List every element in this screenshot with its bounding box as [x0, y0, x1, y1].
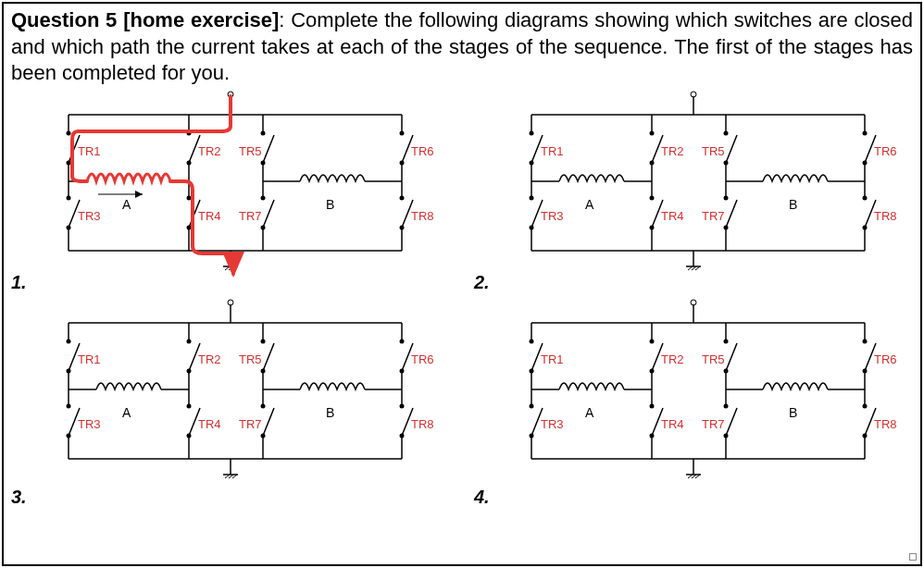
page-frame: Question 5 [home exercise]: Complete the…	[2, 2, 922, 566]
svg-text:TR4: TR4	[661, 209, 684, 223]
svg-text:TR1: TR1	[541, 144, 564, 158]
label-tr6: TR6	[411, 144, 434, 158]
svg-point-85	[530, 195, 534, 200]
label-tr1: TR1	[78, 144, 101, 158]
label-tr2: TR2	[198, 144, 221, 158]
svg-point-127	[400, 339, 405, 343]
svg-point-214	[863, 403, 868, 408]
svg-line-67	[726, 135, 737, 163]
svg-text:TR4: TR4	[661, 417, 684, 431]
svg-text:A: A	[585, 197, 594, 212]
svg-text:TR5: TR5	[239, 352, 262, 366]
svg-text:TR5: TR5	[702, 144, 725, 158]
svg-text:TR4: TR4	[198, 417, 221, 431]
svg-text:B: B	[789, 197, 797, 212]
svg-point-151	[400, 403, 405, 408]
svg-text:TR1: TR1	[541, 352, 564, 366]
svg-text:TR2: TR2	[198, 352, 221, 366]
svg-text:A: A	[585, 405, 594, 420]
svg-text:TR3: TR3	[541, 417, 564, 431]
svg-text:TR7: TR7	[239, 417, 262, 431]
svg-point-213	[724, 403, 729, 408]
svg-point-149	[187, 403, 192, 408]
svg-text:TR8: TR8	[874, 417, 897, 431]
svg-text:TR2: TR2	[661, 352, 684, 366]
svg-point-63	[724, 130, 729, 135]
svg-point-189	[724, 339, 729, 343]
diagram-2: TR1 TR2 TR5 TR6 TR3 TR4 TR7 TR8 A B	[494, 89, 902, 292]
svg-text:TR6: TR6	[874, 144, 897, 158]
svg-point-211	[530, 403, 534, 408]
diagram-number-4: 4.	[474, 487, 490, 508]
label-tr8: TR8	[411, 209, 434, 223]
svg-point-212	[650, 403, 655, 408]
svg-text:B: B	[326, 405, 334, 420]
svg-line-154	[263, 408, 274, 436]
svg-point-62	[650, 130, 655, 135]
svg-point-187	[530, 339, 534, 343]
label-tr3: TR3	[78, 209, 101, 223]
svg-text:TR1: TR1	[78, 352, 101, 366]
svg-text:B: B	[789, 405, 797, 420]
svg-text:TR8: TR8	[874, 209, 897, 223]
label-tr7: TR7	[239, 209, 262, 223]
label-tr5: TR5	[239, 144, 262, 158]
diagram-1: TR1 TR2 TR5 TR6 TR3 TR4 TR7 TR8 A B	[31, 89, 439, 292]
svg-point-148	[67, 403, 71, 408]
svg-point-10	[400, 130, 405, 135]
question-label: Question 5 [home exercise]	[11, 8, 279, 31]
svg-point-87	[724, 195, 729, 200]
svg-point-125	[187, 339, 192, 343]
svg-point-126	[261, 339, 266, 343]
svg-point-33	[261, 195, 266, 200]
svg-point-188	[650, 339, 655, 343]
label-tr4: TR4	[198, 209, 221, 223]
svg-text:A: A	[122, 405, 131, 420]
svg-text:TR8: TR8	[411, 417, 434, 431]
svg-line-193	[726, 343, 737, 371]
svg-point-124	[67, 339, 71, 343]
diagram-3: TR1 TR2 TR5 TR6 TR3 TR4 TR7 TR8 A B	[31, 297, 439, 500]
svg-point-32	[187, 195, 192, 200]
svg-line-91	[726, 200, 737, 228]
svg-text:TR6: TR6	[411, 352, 434, 366]
svg-text:TR2: TR2	[661, 144, 684, 158]
resize-handle-icon	[909, 553, 917, 561]
label-coil-b: B	[326, 197, 334, 212]
label-coil-a: A	[122, 197, 131, 212]
svg-text:TR7: TR7	[702, 209, 725, 223]
diagram-4: TR1 TR2 TR5 TR6 TR3 TR4 TR7 TR8 A B	[494, 297, 902, 500]
diagram-number-3: 3.	[11, 487, 27, 508]
svg-point-86	[650, 195, 655, 200]
svg-line-13	[263, 135, 274, 163]
svg-point-7	[67, 130, 71, 135]
svg-point-31	[67, 195, 71, 200]
svg-text:TR3: TR3	[78, 417, 101, 431]
svg-line-130	[263, 343, 274, 371]
svg-point-150	[261, 403, 266, 408]
question-prompt: Question 5 [home exercise]: Complete the…	[4, 4, 920, 89]
svg-point-64	[863, 130, 868, 135]
svg-point-9	[261, 130, 266, 135]
svg-point-190	[863, 339, 868, 343]
svg-text:TR5: TR5	[702, 352, 725, 366]
svg-point-88	[863, 195, 868, 200]
diagram-number-1: 1.	[11, 272, 27, 293]
diagram-number-2: 2.	[474, 272, 490, 293]
svg-point-61	[530, 130, 534, 135]
svg-text:TR6: TR6	[874, 352, 897, 366]
svg-point-34	[400, 195, 405, 200]
svg-line-37	[263, 200, 274, 228]
svg-text:TR7: TR7	[702, 417, 725, 431]
svg-text:TR3: TR3	[541, 209, 564, 223]
svg-line-217	[726, 408, 737, 436]
